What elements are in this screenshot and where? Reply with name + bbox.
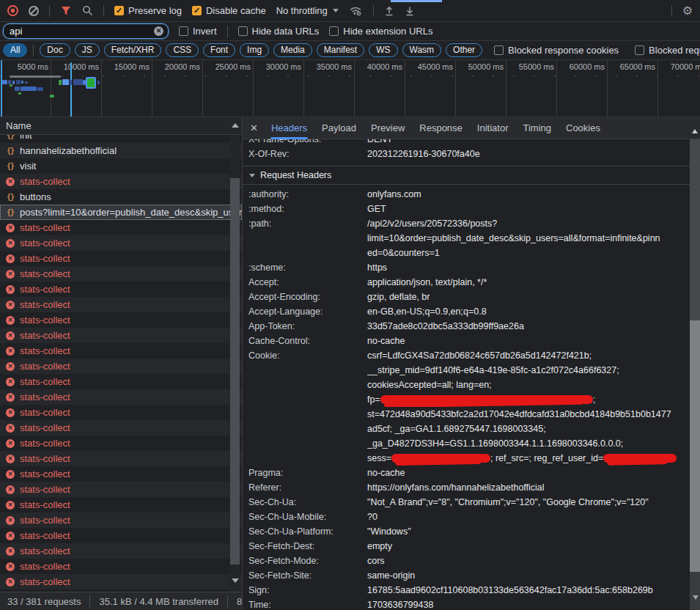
details-scroll-up-icon[interactable] <box>692 129 698 133</box>
filter-type-all[interactable]: All <box>3 43 27 57</box>
header-row: Accept-Language:en-GB,en-US;q=0.9,en;q=0… <box>243 304 700 319</box>
filter-type-css[interactable]: CSS <box>166 43 199 57</box>
request-row[interactable]: ✕stats-collect <box>0 497 242 512</box>
export-har-button[interactable] <box>405 6 415 16</box>
filter-input[interactable] <box>3 23 169 39</box>
request-row[interactable]: ✕stats-collect <box>0 266 242 282</box>
filter-type-js[interactable]: JS <box>75 43 100 57</box>
request-row[interactable]: {}init <box>0 135 242 143</box>
name-column-header[interactable]: Name <box>0 117 242 135</box>
header-value-line: https://onlyfans.com/hannahelizabethoffi… <box>367 480 687 495</box>
activity-mark <box>2 80 7 84</box>
request-row[interactable]: ✕stats-collect <box>0 389 242 405</box>
request-row[interactable]: ✕stats-collect <box>0 436 242 451</box>
tab-timing[interactable]: Timing <box>515 117 559 139</box>
icon-glyph: ✕ <box>6 485 15 494</box>
request-name: stats-collect <box>20 438 242 449</box>
filter-type-wasm[interactable]: Wasm <box>402 43 442 57</box>
failed-request-icon: ✕ <box>5 408 15 417</box>
request-row[interactable]: ✕stats-collect <box>0 405 242 420</box>
request-headers-section-header[interactable]: Request Headers <box>243 166 700 185</box>
network-overview-timeline[interactable]: 5000 ms10000 ms15000 ms20000 ms25000 ms3… <box>0 60 700 117</box>
clear-filter-icon[interactable]: ✕ <box>154 26 163 36</box>
filter-type-img[interactable]: Img <box>240 43 269 57</box>
request-row[interactable]: ✕stats-collect <box>0 574 242 589</box>
hide-data-urls-checkbox[interactable]: Hide data URLs <box>238 26 320 37</box>
hide-extension-urls-checkbox[interactable]: Hide extension URLs <box>329 26 432 37</box>
header-value-line: application/json, text/plain, */* <box>367 275 687 290</box>
invert-checkbox[interactable]: Invert <box>179 26 217 37</box>
details-scrollbar-track[interactable] <box>690 139 700 320</box>
record-network-log-button[interactable] <box>7 5 18 16</box>
filter-type-doc[interactable]: Doc <box>40 43 70 57</box>
tab-preview[interactable]: Preview <box>364 117 412 139</box>
tab-initiator[interactable]: Initiator <box>470 117 516 139</box>
header-name: :scheme: <box>248 260 367 275</box>
header-value-line: fp=; <box>367 392 687 407</box>
request-row[interactable]: ✕stats-collect <box>0 297 242 312</box>
request-row[interactable]: ✕stats-collect <box>0 328 242 343</box>
request-row[interactable]: ✕stats-collect <box>0 251 242 266</box>
details-scrollbar-thumb[interactable] <box>690 320 700 572</box>
request-row[interactable]: {}visit <box>0 158 242 174</box>
details-scrollbar-track[interactable] <box>690 572 700 610</box>
checkbox-blocked-response-cookies[interactable]: Blocked response cookies <box>494 45 619 56</box>
request-row[interactable]: ✕stats-collect <box>0 343 242 359</box>
activity-mark <box>16 80 21 84</box>
close-details-icon[interactable]: ✕ <box>250 122 258 133</box>
filter-type-other[interactable]: Other <box>446 43 482 57</box>
header-value: DENY <box>367 139 687 147</box>
request-row[interactable]: ✕stats-collect <box>0 374 242 389</box>
request-row[interactable]: ✕stats-collect <box>0 482 242 497</box>
filter-bar: ✕ Invert Hide data URLs Hide extension U… <box>0 22 700 41</box>
request-row[interactable]: ✕stats-collect <box>0 466 242 482</box>
toolbar-separator <box>103 5 104 17</box>
filter-type-font[interactable]: Font <box>203 43 235 57</box>
details-scroll-down-icon[interactable] <box>693 595 699 600</box>
settings-button[interactable]: ⚙ <box>682 5 693 17</box>
request-row[interactable]: ✕stats-collect <box>0 528 242 543</box>
filter-type-ws[interactable]: WS <box>369 43 397 57</box>
network-conditions-button[interactable] <box>349 5 363 16</box>
request-row[interactable]: ✕stats-collect <box>0 220 242 235</box>
tab-response[interactable]: Response <box>412 117 470 139</box>
checkbox-blocked-requests[interactable]: Blocked requests <box>635 45 700 56</box>
tab-headers[interactable]: Headers <box>264 117 314 139</box>
request-name: stats-collect <box>20 407 242 418</box>
timeline-tick-label: 5000 ms <box>0 62 48 71</box>
import-har-button[interactable] <box>384 6 394 16</box>
clear-network-log-button[interactable] <box>29 6 39 16</box>
request-row[interactable]: ✕stats-collect <box>0 420 242 436</box>
filter-type-fetch-xhr[interactable]: Fetch/XHR <box>104 43 162 57</box>
request-row[interactable]: ✕stats-collect <box>0 312 242 328</box>
timeline-tick-label: 40000 ms <box>354 62 402 71</box>
disable-cache-checkbox[interactable]: Disable cache <box>192 5 266 16</box>
request-row[interactable]: ✕stats-collect <box>0 235 242 251</box>
tab-cookies[interactable]: Cookies <box>559 117 608 139</box>
tab-payload[interactable]: Payload <box>314 117 364 139</box>
filter-toggle-button[interactable] <box>60 5 72 16</box>
filter-type-media[interactable]: Media <box>273 43 312 57</box>
request-row[interactable]: ✕stats-collect <box>0 359 242 374</box>
search-button[interactable] <box>82 5 93 16</box>
request-row[interactable]: ✕stats-collect <box>0 451 242 466</box>
request-row[interactable]: ✕stats-collect <box>0 282 242 297</box>
resources-size: 88.3 kB <box>237 596 242 607</box>
preserve-log-checkbox[interactable]: Preserve log <box>114 5 182 16</box>
header-name: Accept-Language: <box>248 304 367 319</box>
request-row[interactable]: ✕stats-collect <box>0 512 242 528</box>
request-row[interactable]: ✕stats-collect <box>0 174 242 189</box>
scroll-down-icon[interactable] <box>232 578 239 583</box>
request-row[interactable]: ✕stats-collect <box>0 543 242 559</box>
icon-glyph: ✕ <box>6 239 15 248</box>
requests-scrollbar-thumb[interactable] <box>230 178 240 565</box>
request-row[interactable]: {}hannahelizabethofficial <box>0 143 242 158</box>
throttling-select[interactable]: No throttling <box>276 5 339 16</box>
activity-mark <box>25 81 28 84</box>
request-row[interactable]: {}posts?limit=10&order=publish_date_desc… <box>0 205 242 220</box>
activity-mark <box>10 84 12 87</box>
filter-type-manifest[interactable]: Manifest <box>317 43 364 57</box>
request-row[interactable]: {}buttons <box>0 189 242 205</box>
scroll-up-icon[interactable] <box>232 123 239 128</box>
request-row[interactable]: ✕stats-collect <box>0 559 242 574</box>
